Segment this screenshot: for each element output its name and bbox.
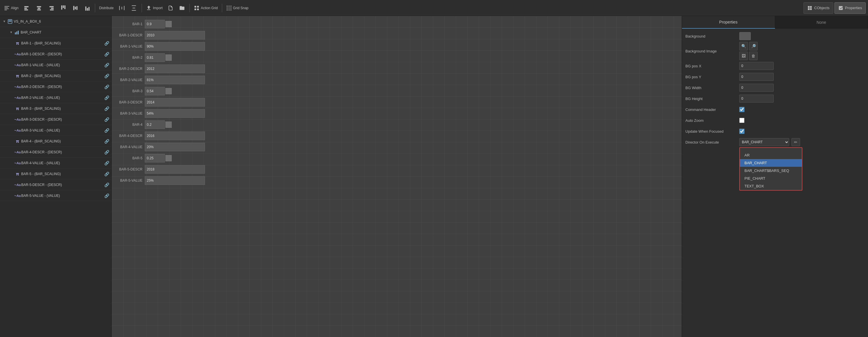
cw-drag-handle[interactable]: [165, 88, 172, 94]
tree-item-bar4-value[interactable]: ~Aa BAR-4-VALUE - (VALUE) 🔗: [0, 158, 112, 168]
align-top-button[interactable]: [58, 2, 68, 14]
tree-link-icon: 🔗: [104, 117, 109, 122]
cw-input[interactable]: 81%: [145, 75, 205, 84]
tree-item-bar5-value[interactable]: ~Aa BAR-5-VALUE - (VALUE) 🔗: [0, 190, 112, 201]
tree-item-bar3-descr[interactable]: ~Aa BAR-3-DESCR - (DESCR) 🔗: [0, 114, 112, 125]
tree-item-icon: π: [15, 139, 20, 144]
svg-point-34: [226, 9, 227, 10]
prop-checkbox-7[interactable]: [739, 118, 744, 123]
tree-item-bar1-value[interactable]: ~Aa BAR-1-VALUE - (VALUE) 🔗: [0, 60, 112, 70]
canvas-widget-13: BAR-5-DESCR 2018: [115, 164, 205, 175]
import-button[interactable]: Import: [144, 2, 164, 14]
dropdown-item[interactable]: BAR_CHART: [740, 159, 802, 167]
tree-root-item[interactable]: ▼ VS_IN_A_BOX_6: [0, 16, 112, 27]
grid-snap-button[interactable]: Grid Snap: [224, 2, 250, 14]
distribute-h-button[interactable]: [116, 2, 127, 14]
tree-item-bar1[interactable]: π BAR-1 - (BAR_SCALING) 🔗: [0, 38, 112, 49]
cw-input[interactable]: 2012: [145, 64, 205, 73]
align-center-button[interactable]: [34, 2, 44, 14]
svg-rect-8: [37, 8, 40, 9]
import-file-button[interactable]: [165, 2, 176, 14]
director-edit-btn[interactable]: ✏: [792, 138, 800, 146]
tree-item-bar3[interactable]: π BAR-3 - (BAR_SCALING) 🔗: [0, 103, 112, 114]
director-select[interactable]: ARBAR_CHARTBAR_CHART$BARS_SEQPIE_CHARTTE…: [739, 138, 789, 146]
align-right-button[interactable]: [45, 2, 57, 14]
tree-item-label: BAR-5 - (BAR_SCALING): [21, 172, 103, 176]
tree-item-bar3-value[interactable]: ~Aa BAR-3-VALUE - (VALUE) 🔗: [0, 125, 112, 136]
tree-barchart-item[interactable]: ▼ BAR_CHART: [0, 27, 112, 38]
cw-drag-handle[interactable]: [165, 122, 172, 128]
prop-checkbox-8[interactable]: [739, 129, 744, 134]
tree-link-icon: 🔗: [104, 182, 109, 187]
tree-item-bar2-descr[interactable]: ~Aa BAR-2-DESCR - (DESCR) 🔗: [0, 81, 112, 92]
tree-item-icon: ~Aa: [15, 95, 20, 100]
dropdown-item[interactable]: [740, 148, 802, 151]
dropdown-item[interactable]: PIE_CHART: [740, 175, 802, 182]
separator-2: [142, 4, 142, 12]
cobjects-tab[interactable]: CObjects: [804, 2, 833, 14]
svg-rect-44: [15, 32, 16, 34]
prop-color-box[interactable]: [739, 32, 751, 40]
cw-input[interactable]: 20%: [145, 143, 205, 151]
svg-point-28: [226, 5, 227, 6]
cw-drag-handle[interactable]: [165, 155, 172, 161]
tree-item-bar1-descr[interactable]: ~Aa BAR-1-DESCR - (DESCR) 🔗: [0, 49, 112, 60]
prop-row-2: BG pos X: [685, 61, 865, 71]
tree-link-icon: 🔗: [104, 160, 109, 165]
prop-input-2[interactable]: [739, 62, 774, 70]
cw-input[interactable]: 2010: [145, 31, 205, 39]
prop-input-3[interactable]: [739, 73, 774, 81]
prop-value-5: [739, 95, 865, 102]
cw-drag-handle[interactable]: [165, 21, 172, 27]
director-dropdown[interactable]: AR BAR_CHART BAR_CHART$BARS_SEQ PIE_CHAR…: [739, 147, 802, 190]
tree-item-bar5[interactable]: π BAR-5 - (BAR_SCALING) 🔗: [0, 168, 112, 179]
prop-label-7: Auto Zoom: [685, 118, 737, 123]
align-label: Align: [11, 6, 19, 10]
align-middle-button[interactable]: [70, 2, 81, 14]
bg-image-edit-btn[interactable]: 🖼: [739, 52, 748, 60]
props-none-tab[interactable]: None: [775, 16, 868, 29]
cw-input[interactable]: 0.54: [145, 87, 165, 95]
prop-input-5[interactable]: [739, 95, 774, 102]
canvas-widget-3: BAR-2 0.81: [115, 53, 205, 63]
cw-label: BAR-2-VALUE: [115, 78, 145, 82]
cw-input[interactable]: 2018: [145, 165, 205, 174]
properties-tab[interactable]: Properties: [834, 2, 866, 14]
canvas-panel: BAR-1 0.9 BAR-1-DESCR 2010 BAR-1-VALUE 9…: [112, 16, 682, 337]
cw-input[interactable]: 2014: [145, 98, 205, 106]
cw-input[interactable]: 0.25: [145, 154, 165, 162]
tree-item-label: BAR-2-DESCR - (DESCR): [21, 85, 103, 89]
cw-input[interactable]: 25%: [145, 176, 205, 185]
action-grid-button[interactable]: Action Grid: [192, 2, 219, 14]
cw-input[interactable]: 90%: [145, 42, 205, 51]
bg-image-search-btn[interactable]: 🔍: [739, 42, 748, 51]
tree-item-bar2-value[interactable]: ~Aa BAR-2-VALUE - (VALUE) 🔗: [0, 92, 112, 103]
distribute-button[interactable]: Distribute: [97, 2, 116, 14]
cw-label: BAR-5-VALUE: [115, 179, 145, 183]
align-button[interactable]: Align: [2, 2, 20, 14]
align-left-button[interactable]: [22, 2, 32, 14]
svg-rect-42: [9, 20, 11, 21]
import-folder-button[interactable]: [177, 2, 187, 14]
bg-image-preview-btn[interactable]: 🔎: [749, 42, 757, 51]
cw-drag-handle[interactable]: [165, 55, 172, 61]
tree-item-bar4[interactable]: π BAR-4 - (BAR_SCALING) 🔗: [0, 136, 112, 147]
prop-checkbox-6[interactable]: [739, 107, 744, 112]
cw-input[interactable]: 54%: [145, 109, 205, 118]
distribute-v-button[interactable]: [128, 2, 139, 14]
tree-item-bar5-descr[interactable]: ~Aa BAR-5-DESCR - (DESCR) 🔗: [0, 179, 112, 190]
dropdown-item[interactable]: AR: [740, 151, 802, 159]
cw-input[interactable]: 0.81: [145, 53, 165, 62]
props-properties-tab[interactable]: Properties: [682, 16, 775, 29]
tree-item-bar2[interactable]: π BAR-2 - (BAR_SCALING) 🔗: [0, 70, 112, 81]
cw-input[interactable]: 0.9: [145, 20, 165, 28]
bg-image-delete-btn[interactable]: 🗑: [749, 52, 757, 60]
align-bottom-button[interactable]: [82, 2, 93, 14]
prop-value-3: [739, 73, 865, 81]
cw-input[interactable]: 2016: [145, 131, 205, 140]
prop-input-4[interactable]: [739, 84, 774, 92]
tree-item-bar4-descr[interactable]: ~Aa BAR-4-DESCR - (DESCR) 🔗: [0, 147, 112, 158]
dropdown-item[interactable]: BAR_CHART$BARS_SEQ: [740, 167, 802, 175]
cw-input[interactable]: 0.2: [145, 120, 165, 129]
dropdown-item[interactable]: TEXT_BOX: [740, 182, 802, 190]
